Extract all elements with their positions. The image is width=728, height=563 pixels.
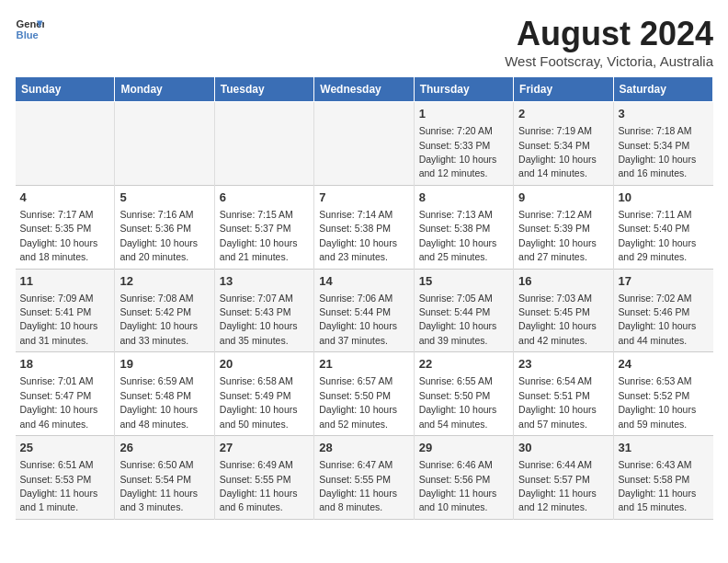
day-info: Sunrise: 7:01 AM Sunset: 5:47 PM Dayligh… [20, 375, 98, 429]
day-cell [115, 102, 214, 186]
location: West Footscray, Victoria, Australia [505, 53, 713, 69]
day-number: 21 [319, 356, 408, 373]
day-info: Sunrise: 7:03 AM Sunset: 5:45 PM Dayligh… [518, 293, 597, 346]
week-row-4: 18Sunrise: 7:01 AM Sunset: 5:47 PM Dayli… [16, 352, 713, 436]
day-cell: 22Sunrise: 6:55 AM Sunset: 5:50 PM Dayli… [414, 352, 513, 436]
day-cell: 31Sunrise: 6:43 AM Sunset: 5:58 PM Dayli… [613, 436, 712, 520]
day-number: 2 [518, 106, 608, 122]
day-info: Sunrise: 7:16 AM Sunset: 5:36 PM Dayligh… [119, 209, 198, 262]
day-cell: 25Sunrise: 6:51 AM Sunset: 5:53 PM Dayli… [16, 436, 115, 520]
weekday-header-monday: Monday [115, 77, 214, 102]
weekday-header-saturday: Saturday [613, 77, 712, 102]
day-info: Sunrise: 7:20 AM Sunset: 5:33 PM Dayligh… [419, 125, 497, 178]
day-cell: 20Sunrise: 6:58 AM Sunset: 5:49 PM Dayli… [214, 352, 313, 436]
day-cell: 15Sunrise: 7:05 AM Sunset: 5:44 PM Dayli… [414, 269, 513, 352]
day-number: 27 [220, 440, 309, 456]
logo-icon: General Blue [15, 15, 44, 44]
day-info: Sunrise: 7:19 AM Sunset: 5:34 PM Dayligh… [518, 125, 597, 178]
day-info: Sunrise: 6:47 AM Sunset: 5:55 PM Dayligh… [319, 459, 397, 512]
day-number: 9 [518, 190, 608, 206]
day-cell: 14Sunrise: 7:06 AM Sunset: 5:44 PM Dayli… [314, 269, 414, 352]
day-number: 24 [619, 356, 709, 373]
page-header: General Blue August 2024 West Footscray,… [15, 15, 713, 69]
day-cell: 30Sunrise: 6:44 AM Sunset: 5:57 PM Dayli… [514, 436, 613, 520]
logo: General Blue [15, 15, 44, 44]
day-number: 16 [518, 273, 608, 290]
day-info: Sunrise: 6:43 AM Sunset: 5:58 PM Dayligh… [619, 459, 697, 512]
day-number: 13 [220, 273, 309, 290]
day-cell: 10Sunrise: 7:11 AM Sunset: 5:40 PM Dayli… [613, 185, 712, 269]
day-cell: 11Sunrise: 7:09 AM Sunset: 5:41 PM Dayli… [16, 269, 115, 352]
day-cell: 21Sunrise: 6:57 AM Sunset: 5:50 PM Dayli… [314, 352, 414, 436]
day-info: Sunrise: 7:09 AM Sunset: 5:41 PM Dayligh… [20, 293, 98, 346]
day-info: Sunrise: 7:11 AM Sunset: 5:40 PM Dayligh… [619, 209, 697, 262]
day-cell: 19Sunrise: 6:59 AM Sunset: 5:48 PM Dayli… [115, 352, 214, 436]
day-number: 22 [419, 356, 508, 373]
week-row-3: 11Sunrise: 7:09 AM Sunset: 5:41 PM Dayli… [16, 269, 713, 352]
weekday-header-friday: Friday [514, 77, 613, 102]
day-cell: 2Sunrise: 7:19 AM Sunset: 5:34 PM Daylig… [514, 102, 613, 186]
day-cell [16, 102, 115, 186]
weekday-header-row: SundayMondayTuesdayWednesdayThursdayFrid… [16, 77, 713, 102]
day-number: 3 [619, 106, 709, 122]
day-info: Sunrise: 7:06 AM Sunset: 5:44 PM Dayligh… [319, 293, 397, 346]
day-info: Sunrise: 6:58 AM Sunset: 5:49 PM Dayligh… [220, 375, 298, 429]
day-info: Sunrise: 6:50 AM Sunset: 5:54 PM Dayligh… [119, 459, 198, 512]
weekday-header-tuesday: Tuesday [214, 77, 313, 102]
day-number: 15 [419, 273, 508, 290]
day-info: Sunrise: 7:02 AM Sunset: 5:46 PM Dayligh… [619, 293, 697, 346]
calendar-table: SundayMondayTuesdayWednesdayThursdayFrid… [15, 76, 713, 520]
day-info: Sunrise: 6:55 AM Sunset: 5:50 PM Dayligh… [419, 375, 497, 429]
day-cell: 3Sunrise: 7:18 AM Sunset: 5:34 PM Daylig… [613, 102, 712, 186]
day-info: Sunrise: 7:13 AM Sunset: 5:38 PM Dayligh… [419, 209, 497, 262]
day-info: Sunrise: 6:54 AM Sunset: 5:51 PM Dayligh… [518, 375, 597, 429]
day-number: 28 [319, 440, 408, 456]
day-info: Sunrise: 7:12 AM Sunset: 5:39 PM Dayligh… [518, 209, 597, 262]
day-number: 6 [220, 190, 309, 206]
day-info: Sunrise: 7:08 AM Sunset: 5:42 PM Dayligh… [119, 293, 198, 346]
day-info: Sunrise: 6:46 AM Sunset: 5:56 PM Dayligh… [419, 459, 497, 512]
day-number: 25 [20, 440, 110, 456]
week-row-2: 4Sunrise: 7:17 AM Sunset: 5:35 PM Daylig… [16, 185, 713, 269]
week-row-5: 25Sunrise: 6:51 AM Sunset: 5:53 PM Dayli… [16, 436, 713, 520]
day-number: 31 [619, 440, 709, 456]
day-cell: 17Sunrise: 7:02 AM Sunset: 5:46 PM Dayli… [613, 269, 712, 352]
weekday-header-sunday: Sunday [16, 77, 115, 102]
day-cell: 23Sunrise: 6:54 AM Sunset: 5:51 PM Dayli… [514, 352, 613, 436]
day-cell: 8Sunrise: 7:13 AM Sunset: 5:38 PM Daylig… [414, 185, 513, 269]
day-info: Sunrise: 6:59 AM Sunset: 5:48 PM Dayligh… [119, 375, 198, 429]
day-number: 20 [220, 356, 309, 373]
day-cell: 7Sunrise: 7:14 AM Sunset: 5:38 PM Daylig… [314, 185, 414, 269]
day-number: 17 [619, 273, 709, 290]
day-number: 7 [319, 190, 408, 206]
day-cell: 13Sunrise: 7:07 AM Sunset: 5:43 PM Dayli… [214, 269, 313, 352]
day-info: Sunrise: 7:18 AM Sunset: 5:34 PM Dayligh… [619, 125, 697, 178]
day-cell: 16Sunrise: 7:03 AM Sunset: 5:45 PM Dayli… [514, 269, 613, 352]
day-number: 14 [319, 273, 408, 290]
day-number: 18 [20, 356, 110, 373]
day-info: Sunrise: 7:05 AM Sunset: 5:44 PM Dayligh… [419, 293, 497, 346]
day-number: 8 [419, 190, 508, 206]
day-info: Sunrise: 7:15 AM Sunset: 5:37 PM Dayligh… [220, 209, 298, 262]
day-cell: 5Sunrise: 7:16 AM Sunset: 5:36 PM Daylig… [115, 185, 214, 269]
day-info: Sunrise: 6:57 AM Sunset: 5:50 PM Dayligh… [319, 375, 397, 429]
title-block: August 2024 West Footscray, Victoria, Au… [505, 15, 713, 69]
day-info: Sunrise: 6:49 AM Sunset: 5:55 PM Dayligh… [220, 459, 298, 512]
day-number: 26 [119, 440, 209, 456]
day-cell: 9Sunrise: 7:12 AM Sunset: 5:39 PM Daylig… [514, 185, 613, 269]
day-number: 29 [419, 440, 508, 456]
day-cell: 29Sunrise: 6:46 AM Sunset: 5:56 PM Dayli… [414, 436, 513, 520]
day-info: Sunrise: 6:44 AM Sunset: 5:57 PM Dayligh… [518, 459, 597, 512]
day-number: 1 [419, 106, 508, 122]
day-number: 23 [518, 356, 608, 373]
day-cell: 6Sunrise: 7:15 AM Sunset: 5:37 PM Daylig… [214, 185, 313, 269]
day-info: Sunrise: 6:51 AM Sunset: 5:53 PM Dayligh… [20, 459, 98, 512]
day-number: 5 [119, 190, 209, 206]
day-info: Sunrise: 7:14 AM Sunset: 5:38 PM Dayligh… [319, 209, 397, 262]
day-number: 4 [20, 190, 110, 206]
weekday-header-wednesday: Wednesday [314, 77, 414, 102]
week-row-1: 1Sunrise: 7:20 AM Sunset: 5:33 PM Daylig… [16, 102, 713, 186]
day-cell: 18Sunrise: 7:01 AM Sunset: 5:47 PM Dayli… [16, 352, 115, 436]
day-info: Sunrise: 6:53 AM Sunset: 5:52 PM Dayligh… [619, 375, 697, 429]
month-year: August 2024 [505, 15, 713, 53]
